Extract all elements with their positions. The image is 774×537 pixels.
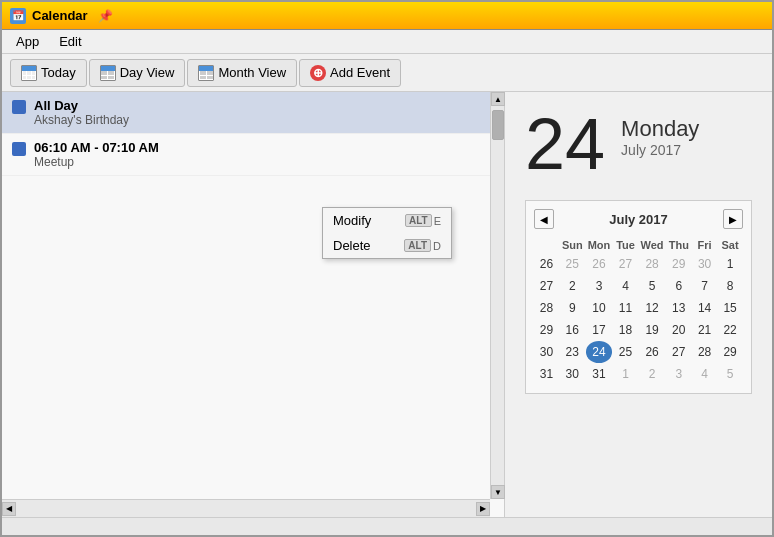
scroll-left-button[interactable]: ◀ (2, 502, 16, 516)
toolbar: Today Day View (2, 54, 772, 92)
mini-cal-header: ◀ July 2017 ▶ (534, 209, 743, 229)
cal-day-w4-d4[interactable]: 27 (666, 341, 692, 363)
mini-calendar-grid: Sun Mon Tue Wed Thu Fri Sat 262526272829… (534, 237, 743, 385)
pin-icon[interactable]: 📌 (98, 9, 113, 23)
cal-day-w5-d6[interactable]: 5 (717, 363, 743, 385)
cal-day-w5-d0[interactable]: 30 (559, 363, 586, 385)
add-event-button[interactable]: ⊕ Add Event (299, 59, 401, 87)
mini-cal-title: July 2017 (609, 212, 668, 227)
weekday-header-row: Sun Mon Tue Wed Thu Fri Sat (534, 237, 743, 253)
cal-day-w4-d6[interactable]: 29 (717, 341, 743, 363)
week-number-5: 31 (534, 363, 559, 385)
header-mon: Mon (586, 237, 613, 253)
menu-app[interactable]: App (6, 32, 49, 51)
event-meetup[interactable]: 06:10 AM - 07:10 AM Meetup (2, 134, 504, 176)
header-tue: Tue (612, 237, 638, 253)
cal-day-w3-d5[interactable]: 21 (692, 319, 717, 341)
cal-day-w4-d3[interactable]: 26 (639, 341, 666, 363)
header-sat: Sat (717, 237, 743, 253)
event-allday[interactable]: All Day Akshay's Birthday (2, 92, 504, 134)
cal-day-w3-d0[interactable]: 16 (559, 319, 586, 341)
cal-day-w1-d0[interactable]: 2 (559, 275, 586, 297)
mini-calendar: ◀ July 2017 ▶ Sun Mon Tue Wed Thu Fri (525, 200, 752, 394)
cal-day-w4-d5[interactable]: 28 (692, 341, 717, 363)
context-menu-delete[interactable]: Delete ALT D (323, 233, 451, 258)
cal-day-w1-d5[interactable]: 7 (692, 275, 717, 297)
calendar-week-3: 2916171819202122 (534, 319, 743, 341)
cal-day-w2-d2[interactable]: 11 (612, 297, 638, 319)
event-title-allday: All Day (34, 98, 129, 113)
cal-day-w3-d4[interactable]: 20 (666, 319, 692, 341)
cal-day-w0-d1[interactable]: 26 (586, 253, 613, 275)
cal-day-w0-d5[interactable]: 30 (692, 253, 717, 275)
cal-day-w2-d3[interactable]: 12 (639, 297, 666, 319)
today-button[interactable]: Today (10, 59, 87, 87)
scrollbar-vertical[interactable]: ▲ ▼ (490, 92, 504, 499)
date-day-number: 24 (525, 108, 605, 180)
cal-day-w1-d1[interactable]: 3 (586, 275, 613, 297)
add-event-icon: ⊕ (310, 65, 326, 81)
cal-day-w3-d3[interactable]: 19 (639, 319, 666, 341)
calendar-week-4: 3023242526272829 (534, 341, 743, 363)
cal-day-w5-d3[interactable]: 2 (639, 363, 666, 385)
cal-day-w4-d0[interactable]: 23 (559, 341, 586, 363)
day-view-button[interactable]: Day View (89, 59, 186, 87)
menu-bar: App Edit (2, 30, 772, 54)
event-list: All Day Akshay's Birthday 06:10 AM - 07:… (2, 92, 504, 517)
cal-day-w5-d1[interactable]: 31 (586, 363, 613, 385)
week-num-header (534, 237, 559, 253)
cal-day-w0-d3[interactable]: 28 (639, 253, 666, 275)
cal-day-w4-d2[interactable]: 25 (612, 341, 638, 363)
cal-day-w1-d3[interactable]: 5 (639, 275, 666, 297)
today-icon (21, 65, 37, 81)
context-menu: Modify ALT E Delete ALT D (322, 207, 452, 259)
calendar-week-0: 262526272829301 (534, 253, 743, 275)
scroll-down-button[interactable]: ▼ (491, 485, 505, 499)
window-title: Calendar (32, 8, 88, 23)
cal-day-w1-d2[interactable]: 4 (612, 275, 638, 297)
cal-day-w2-d6[interactable]: 15 (717, 297, 743, 319)
cal-day-w2-d1[interactable]: 10 (586, 297, 613, 319)
app-icon: 📅 (10, 8, 26, 24)
cal-day-w0-d4[interactable]: 29 (666, 253, 692, 275)
scroll-right-button[interactable]: ▶ (476, 502, 490, 516)
cal-day-w2-d0[interactable]: 9 (559, 297, 586, 319)
header-sun: Sun (559, 237, 586, 253)
calendar-week-5: 31303112345 (534, 363, 743, 385)
calendar-week-1: 272345678 (534, 275, 743, 297)
context-menu-modify[interactable]: Modify ALT E (323, 208, 451, 233)
prev-month-button[interactable]: ◀ (534, 209, 554, 229)
cal-day-w5-d2[interactable]: 1 (612, 363, 638, 385)
cal-day-w1-d4[interactable]: 6 (666, 275, 692, 297)
cal-day-w0-d6[interactable]: 1 (717, 253, 743, 275)
cal-day-w0-d2[interactable]: 27 (612, 253, 638, 275)
week-number-4: 30 (534, 341, 559, 363)
calendar-week-2: 289101112131415 (534, 297, 743, 319)
scroll-thumb[interactable] (492, 110, 504, 140)
cal-day-w3-d1[interactable]: 17 (586, 319, 613, 341)
scrollbar-horizontal[interactable]: ◀ ▶ (2, 499, 490, 517)
cal-day-w3-d2[interactable]: 18 (612, 319, 638, 341)
header-thu: Thu (666, 237, 692, 253)
month-view-icon (198, 65, 214, 81)
shortcut-modify: ALT E (405, 214, 441, 227)
cal-day-w5-d4[interactable]: 3 (666, 363, 692, 385)
cal-day-w5-d5[interactable]: 4 (692, 363, 717, 385)
right-panel: 24 Monday July 2017 ◀ July 2017 ▶ (505, 92, 772, 517)
month-view-button[interactable]: Month View (187, 59, 297, 87)
cal-day-w0-d0[interactable]: 25 (559, 253, 586, 275)
next-month-button[interactable]: ▶ (723, 209, 743, 229)
cal-day-w4-d1[interactable]: 24 (586, 341, 613, 363)
cal-day-w3-d6[interactable]: 22 (717, 319, 743, 341)
scroll-up-button[interactable]: ▲ (491, 92, 505, 106)
cal-day-w2-d4[interactable]: 13 (666, 297, 692, 319)
scroll-track (491, 106, 504, 485)
week-number-3: 29 (534, 319, 559, 341)
event-color-allday (12, 100, 26, 114)
shortcut-delete: ALT D (404, 239, 441, 252)
week-number-2: 28 (534, 297, 559, 319)
menu-edit[interactable]: Edit (49, 32, 91, 51)
cal-day-w1-d6[interactable]: 8 (717, 275, 743, 297)
cal-day-w2-d5[interactable]: 14 (692, 297, 717, 319)
date-info: Monday July 2017 (621, 108, 699, 158)
